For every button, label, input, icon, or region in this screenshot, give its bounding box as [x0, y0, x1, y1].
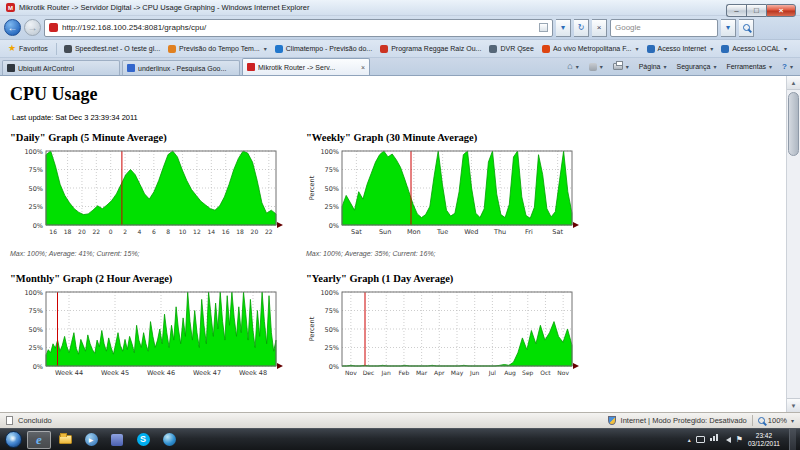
- system-tray: ▴ ⚑ 23:42 03/12/2011: [688, 429, 798, 450]
- taskbar-app-windows-explorer[interactable]: [53, 431, 77, 449]
- svg-text:Sat: Sat: [351, 228, 362, 236]
- tab[interactable]: Ubiquiti AirControl: [2, 60, 120, 75]
- close-button[interactable]: ×: [766, 4, 796, 17]
- separator: [752, 415, 753, 426]
- taskbar-apps: e▶S: [27, 431, 181, 449]
- tools-menu-button[interactable]: Ferramentas ▾: [723, 62, 775, 71]
- svg-text:Apr: Apr: [434, 369, 445, 377]
- svg-text:Fri: Fri: [525, 228, 533, 236]
- taskbar-app-google-earth[interactable]: [157, 431, 181, 449]
- chevron-down-icon: ▾: [576, 63, 579, 70]
- favorite-item[interactable]: Speedtest.net - O teste gl...: [61, 44, 163, 54]
- zoom-level: 100%: [768, 416, 787, 425]
- svg-text:10: 10: [179, 228, 187, 235]
- tab-close-icon[interactable]: ×: [361, 64, 365, 71]
- tab-active[interactable]: Mikrotik Router -> Serv...×: [242, 58, 370, 75]
- address-bar: ← → http://192.168.100.254:8081/graphs/c…: [0, 16, 800, 40]
- svg-text:100%: 100%: [24, 289, 43, 297]
- page-menu-button[interactable]: Página ▾: [636, 62, 670, 71]
- svg-text:Sep: Sep: [522, 369, 534, 377]
- start-button[interactable]: [5, 431, 22, 448]
- zoom-control[interactable]: 100% ▾: [758, 416, 794, 425]
- svg-text:Nov: Nov: [557, 369, 569, 376]
- favorite-item[interactable]: Previsão do Tempo Tem...▾: [165, 44, 270, 54]
- svg-text:16: 16: [49, 228, 57, 235]
- taskbar-clock[interactable]: 23:42 03/12/2011: [748, 432, 780, 447]
- monitor-tray-icon[interactable]: [696, 436, 705, 443]
- favorite-item[interactable]: Programa Reggae Raiz Ou...: [377, 44, 484, 54]
- scroll-down-icon[interactable]: ▼: [787, 398, 800, 412]
- taskbar-app-windows-media-player[interactable]: ▶: [79, 431, 103, 449]
- search-dropdown-button[interactable]: ▾: [721, 19, 736, 37]
- svg-text:50%: 50%: [29, 326, 43, 334]
- home-button[interactable]: ⌂ ▾: [564, 61, 581, 72]
- svg-text:Oct: Oct: [540, 369, 551, 376]
- favorite-site-icon: [380, 45, 388, 53]
- zoom-icon: [758, 417, 765, 424]
- favorites-button[interactable]: ★ Favoritos: [4, 43, 52, 54]
- favorite-item[interactable]: Acesso Internet▾: [644, 44, 717, 54]
- search-input[interactable]: Google: [610, 19, 718, 37]
- favorite-item-label: Acesso LOCAL: [732, 45, 780, 52]
- security-shield-icon: [608, 416, 616, 425]
- svg-text:Percent: Percent: [308, 175, 316, 200]
- svg-text:Nov: Nov: [345, 369, 357, 376]
- favorite-item[interactable]: Ao vivo Metropolitana F...▾: [539, 44, 642, 54]
- favorite-item[interactable]: Acesso LOCAL▾: [718, 44, 790, 54]
- taskbar-app-application-blue[interactable]: [105, 431, 129, 449]
- scrollbar-thumb[interactable]: [788, 92, 799, 156]
- volume-icon[interactable]: [723, 437, 731, 443]
- maximize-button[interactable]: □: [746, 4, 766, 17]
- yearly-graph-block: "Yearly" Graph (1 Day Average) 0%25%50%7…: [306, 273, 598, 390]
- scroll-up-icon[interactable]: ▲: [787, 76, 800, 90]
- favorite-item-label: Acesso Internet: [658, 45, 707, 52]
- internet-explorer-icon: e: [36, 433, 42, 446]
- svg-text:0%: 0%: [329, 222, 339, 230]
- favorite-item-label: Speedtest.net - O teste gl...: [75, 45, 160, 52]
- chevron-down-icon: ▾: [710, 45, 713, 52]
- svg-text:16: 16: [222, 228, 230, 235]
- print-button[interactable]: ▾: [610, 62, 632, 71]
- hidden-icons-button[interactable]: ▴: [688, 436, 691, 443]
- url-field[interactable]: http://192.168.100.254:8081/graphs/cpu/: [44, 19, 553, 37]
- feeds-icon: [589, 63, 597, 71]
- back-button[interactable]: ←: [4, 19, 21, 36]
- weekly-graph-block: "Weekly" Graph (30 Minute Average) 0%25%…: [306, 132, 598, 257]
- help-button[interactable]: ? ▾: [779, 61, 796, 72]
- stop-button[interactable]: ×: [592, 19, 607, 37]
- page-content: CPU Usage Last update: Sat Dec 3 23:39:3…: [0, 76, 800, 412]
- show-desktop-button[interactable]: [789, 429, 796, 450]
- safety-menu-button[interactable]: Segurança ▾: [674, 62, 720, 71]
- vertical-scrollbar[interactable]: ▲ ▼: [786, 76, 800, 412]
- network-icon[interactable]: [710, 438, 712, 441]
- last-update-text: Last update: Sat Dec 3 23:39:34 2011: [12, 113, 776, 122]
- svg-text:Percent: Percent: [308, 316, 316, 341]
- svg-text:Jul: Jul: [488, 369, 497, 377]
- search-button[interactable]: [739, 19, 754, 37]
- taskbar-app-internet-explorer[interactable]: e: [27, 431, 51, 449]
- forward-button[interactable]: →: [24, 19, 41, 36]
- svg-text:18: 18: [236, 228, 244, 235]
- compatibility-view-icon[interactable]: [539, 23, 548, 32]
- svg-text:8: 8: [166, 228, 170, 235]
- favorite-item-label: DVR Qsee: [500, 45, 533, 52]
- minimize-button[interactable]: –: [726, 4, 746, 17]
- url-dropdown-button[interactable]: ▾: [556, 19, 571, 37]
- svg-text:22: 22: [265, 228, 273, 235]
- favorite-item[interactable]: Climatempo - Previsão do...: [272, 44, 375, 54]
- svg-text:20: 20: [251, 228, 259, 235]
- svg-text:12: 12: [193, 228, 201, 235]
- action-center-flag-icon[interactable]: ⚑: [736, 436, 743, 444]
- weekly-cpu-graph: 0%25%50%75%100%SatSunMonTueWedThuFriSatP…: [306, 147, 598, 249]
- taskbar-app-skype[interactable]: S: [131, 431, 155, 449]
- tab[interactable]: underlinux - Pesquisa Goo...: [122, 60, 240, 75]
- svg-text:May: May: [451, 369, 464, 377]
- feeds-button[interactable]: ▾: [586, 62, 606, 72]
- refresh-button[interactable]: ↻: [574, 19, 589, 37]
- chevron-down-icon: ▾: [790, 63, 793, 70]
- tools-menu-label: Ferramentas: [726, 63, 766, 70]
- favorite-item[interactable]: DVR Qsee: [486, 44, 536, 54]
- chevron-down-icon: ▾: [626, 63, 629, 70]
- svg-text:Week 46: Week 46: [147, 369, 175, 377]
- svg-text:100%: 100%: [320, 148, 339, 156]
